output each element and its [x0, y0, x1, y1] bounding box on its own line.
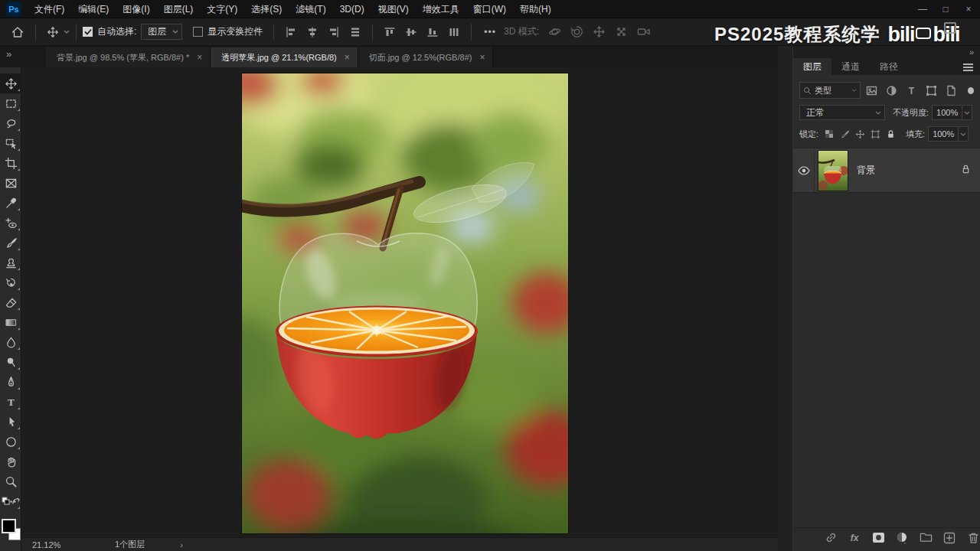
- lock-position-icon[interactable]: [852, 127, 867, 141]
- menu-item-select[interactable]: 选择(S): [244, 0, 289, 18]
- canvas-document[interactable]: [242, 73, 568, 533]
- status-expand-icon[interactable]: ›: [180, 540, 183, 549]
- menu-item-edit[interactable]: 编辑(E): [71, 0, 116, 18]
- zoom-tool[interactable]: [0, 471, 21, 491]
- layer-name[interactable]: 背景: [857, 164, 875, 177]
- spot-healing-brush-tool[interactable]: [0, 213, 21, 233]
- blend-mode-dropdown[interactable]: 正常: [799, 105, 885, 120]
- filter-pixel-layers-icon[interactable]: [864, 83, 880, 98]
- path-selection-tool[interactable]: [0, 412, 21, 432]
- menu-item-image[interactable]: 图像(I): [116, 0, 156, 18]
- close-button[interactable]: ×: [957, 0, 980, 18]
- 3d-roll-icon[interactable]: [566, 25, 588, 38]
- swap-colors-icon[interactable]: [13, 498, 19, 504]
- new-group-icon[interactable]: [919, 531, 933, 545]
- visibility-toggle[interactable]: [793, 148, 815, 192]
- tab-transparent-apple-jpg[interactable]: 透明苹果.jpg @ 21.1%(RGB/8)×: [211, 47, 358, 67]
- adjustment-layer-icon[interactable]: [895, 531, 909, 545]
- tab-overflow-icon[interactable]: »: [6, 48, 11, 60]
- type-tool[interactable]: T: [0, 392, 21, 412]
- move-tool-icon[interactable]: [42, 26, 64, 38]
- chevron-down-icon[interactable]: [64, 30, 70, 34]
- filter-shape-layers-icon[interactable]: [923, 83, 940, 98]
- gradient-tool[interactable]: [0, 312, 21, 332]
- blur-tool[interactable]: [0, 332, 21, 352]
- lock-all-icon[interactable]: [883, 127, 898, 141]
- menu-item-3d[interactable]: 3D(D): [333, 0, 371, 18]
- 3d-slide-icon[interactable]: [610, 25, 632, 38]
- close-icon[interactable]: ×: [197, 52, 202, 63]
- opacity-field[interactable]: 100%: [932, 105, 972, 120]
- rectangular-marquee-tool[interactable]: [0, 93, 21, 113]
- delete-layer-icon[interactable]: [966, 531, 980, 545]
- align-center-vertical-icon[interactable]: [400, 26, 422, 38]
- align-center-horizontal-icon[interactable]: [302, 26, 323, 38]
- layer-style-fx-icon[interactable]: fx: [848, 531, 861, 545]
- close-icon[interactable]: ×: [479, 52, 485, 63]
- distribute-horizontal-icon[interactable]: [345, 26, 366, 38]
- tab-layers[interactable]: 图层: [793, 58, 831, 75]
- tab-background-jpg[interactable]: 背景.jpg @ 98.5% (苹果, RGB/8#) *×: [46, 47, 211, 67]
- panel-menu-icon[interactable]: [963, 64, 973, 73]
- chevron-down-icon[interactable]: [962, 106, 972, 119]
- link-layers-icon[interactable]: [824, 531, 838, 545]
- filter-toggle-icon[interactable]: [968, 87, 974, 94]
- 3d-pan-icon[interactable]: [588, 25, 610, 38]
- history-brush-tool[interactable]: [0, 272, 21, 292]
- menu-item-filter[interactable]: 滤镜(T): [289, 0, 332, 18]
- eraser-tool[interactable]: [0, 292, 21, 312]
- lock-transparent-pixels-icon[interactable]: [822, 127, 837, 141]
- menu-item-file[interactable]: 文件(F): [28, 0, 71, 18]
- auto-select-target-dropdown[interactable]: 图层: [141, 24, 182, 40]
- tab-channels[interactable]: 通道: [831, 58, 870, 75]
- default-colors-icon[interactable]: [2, 497, 9, 504]
- crop-tool[interactable]: [0, 153, 21, 173]
- layer-thumbnail[interactable]: [818, 151, 848, 191]
- chevron-down-icon[interactable]: [958, 127, 968, 141]
- lasso-tool[interactable]: [0, 113, 21, 133]
- eyedropper-tool[interactable]: [0, 193, 21, 213]
- layer-row-background[interactable]: 背景: [793, 148, 980, 193]
- object-selection-tool[interactable]: [0, 133, 21, 153]
- foreground-color[interactable]: [2, 519, 16, 533]
- dodge-tool[interactable]: [0, 352, 21, 372]
- collapse-panels-icon[interactable]: »: [969, 47, 974, 57]
- menu-item-type[interactable]: 文字(Y): [200, 0, 244, 18]
- add-layer-mask-icon[interactable]: [871, 531, 885, 545]
- hand-tool[interactable]: [0, 452, 21, 471]
- auto-select-checkbox[interactable]: [83, 27, 93, 37]
- zoom-level-field[interactable]: 21.12%: [32, 540, 89, 549]
- tab-paths[interactable]: 路径: [870, 58, 908, 75]
- menu-item-help[interactable]: 帮助(H): [513, 0, 558, 18]
- filter-type-dropdown[interactable]: 类型: [799, 82, 861, 99]
- maximize-button[interactable]: □: [934, 0, 957, 18]
- lock-artboard-icon[interactable]: [867, 127, 883, 141]
- 3d-camera-icon[interactable]: [632, 25, 655, 38]
- lock-image-pixels-icon[interactable]: [837, 127, 852, 141]
- distribute-vertical-icon[interactable]: [443, 26, 465, 38]
- filter-type-layers-icon[interactable]: T: [903, 83, 920, 98]
- pen-tool[interactable]: [0, 372, 21, 392]
- new-layer-icon[interactable]: [942, 531, 956, 545]
- canvas-area[interactable]: [21, 67, 778, 537]
- home-icon[interactable]: [6, 25, 29, 39]
- menu-item-window[interactable]: 窗口(W): [466, 0, 513, 18]
- close-icon[interactable]: ×: [345, 52, 350, 63]
- menu-item-plugins[interactable]: 增效工具: [416, 0, 466, 18]
- minimize-button[interactable]: —: [911, 0, 934, 18]
- fill-field[interactable]: 100%: [928, 126, 969, 142]
- clone-stamp-tool[interactable]: [0, 253, 21, 272]
- filter-smart-objects-icon[interactable]: [943, 83, 960, 98]
- layer-locked-icon[interactable]: [961, 164, 971, 178]
- menu-item-layer[interactable]: 图层(L): [157, 0, 201, 18]
- show-transform-checkbox[interactable]: [193, 27, 203, 37]
- frame-tool[interactable]: [0, 173, 21, 193]
- tab-slice-jpg[interactable]: 切面.jpg @ 12.5%(RGB/8#)×: [358, 47, 494, 67]
- align-bottom-icon[interactable]: [422, 26, 443, 38]
- more-options-icon[interactable]: •••: [478, 27, 502, 37]
- align-right-icon[interactable]: [323, 26, 345, 38]
- align-left-icon[interactable]: [280, 26, 302, 38]
- align-top-icon[interactable]: [379, 26, 400, 38]
- brush-tool[interactable]: [0, 233, 21, 253]
- shape-tool[interactable]: [0, 432, 21, 452]
